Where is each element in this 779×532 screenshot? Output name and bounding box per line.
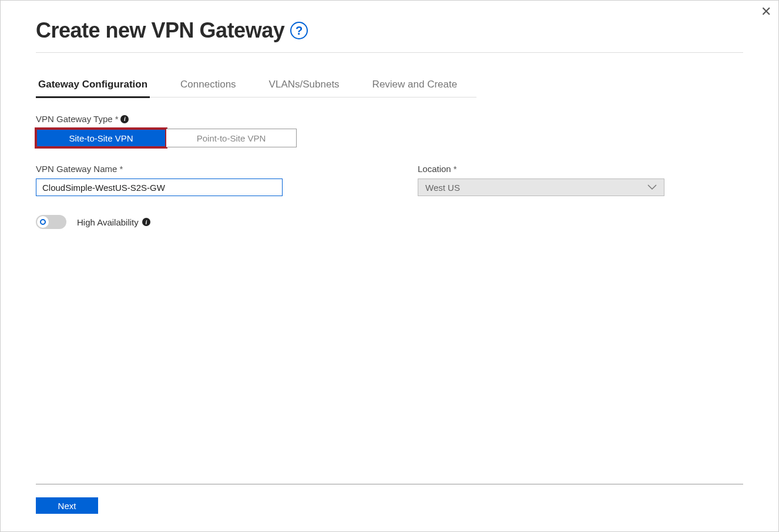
- tab-gateway-configuration[interactable]: Gateway Configuration: [36, 74, 150, 98]
- gateway-name-input[interactable]: [36, 179, 283, 196]
- gateway-type-label: VPN Gateway Type * i: [36, 114, 743, 124]
- tabs: Gateway Configuration Connections VLANs/…: [36, 74, 476, 97]
- gateway-type-label-text: VPN Gateway Type: [36, 114, 113, 124]
- location-label: Location *: [418, 164, 664, 174]
- tab-review-create[interactable]: Review and Create: [370, 74, 460, 98]
- next-button[interactable]: Next: [36, 497, 98, 514]
- toggle-knob: [37, 216, 49, 228]
- gateway-name-label: VPN Gateway Name *: [36, 164, 283, 174]
- required-marker: *: [454, 164, 457, 174]
- info-icon[interactable]: i: [142, 218, 150, 226]
- tab-connections[interactable]: Connections: [178, 74, 239, 98]
- close-icon[interactable]: ✕: [761, 5, 771, 18]
- info-icon[interactable]: i: [120, 115, 129, 123]
- required-marker: *: [119, 164, 123, 174]
- high-availability-label-text: High Availability: [77, 217, 139, 227]
- gateway-name-label-text: VPN Gateway Name: [36, 164, 117, 174]
- location-dropdown[interactable]: West US: [418, 179, 664, 196]
- page-title: Create new VPN Gateway: [36, 18, 284, 43]
- gateway-type-site-to-site[interactable]: Site-to-Site VPN: [36, 129, 166, 147]
- high-availability-label: High Availability i: [77, 217, 150, 227]
- tab-vlans-subnets[interactable]: VLANs/Subnets: [267, 74, 342, 98]
- high-availability-toggle[interactable]: [36, 215, 66, 229]
- gateway-type-point-to-site[interactable]: Point-to-Site VPN: [166, 129, 297, 147]
- location-label-text: Location: [418, 164, 451, 174]
- required-marker: *: [115, 114, 119, 124]
- help-icon[interactable]: ?: [290, 22, 308, 39]
- toggle-indicator-icon: [40, 219, 46, 225]
- chevron-down-icon: [647, 184, 657, 190]
- location-value: West US: [425, 183, 460, 193]
